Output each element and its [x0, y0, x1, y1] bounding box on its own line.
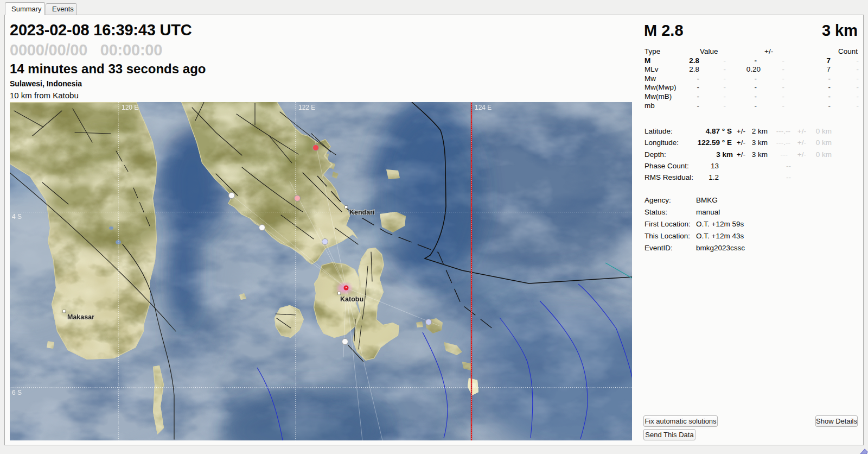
svg-text:120 E: 120 E: [122, 104, 138, 111]
svg-text:6 S: 6 S: [12, 389, 22, 396]
svg-text:Makasar: Makasar: [67, 313, 94, 321]
svg-text:122 E: 122 E: [298, 104, 315, 111]
svg-text:4 S: 4 S: [12, 213, 22, 220]
svg-text:Kendari: Kendari: [349, 209, 375, 216]
svg-text:Katobu: Katobu: [340, 295, 363, 303]
svg-text:124 E: 124 E: [475, 104, 492, 111]
